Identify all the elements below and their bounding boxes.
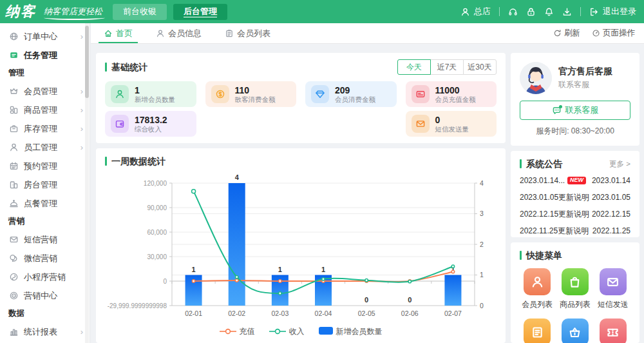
app-window: 纳客 纳客管店更轻松 前台收银后台管理 总店 退出登录 订单中心›任务管理管理会…: [0, 0, 644, 343]
sidebar-item[interactable]: 小程序营销: [0, 268, 90, 286]
sidebar-item[interactable]: 任务管理: [0, 46, 90, 64]
page-operations-label: 页面操作: [603, 28, 635, 39]
sidebar-item-label: 统计报表: [24, 326, 75, 338]
sidebar-item-label: 任务管理: [24, 50, 84, 61]
svg-text:02-04: 02-04: [315, 309, 332, 317]
store-switcher[interactable]: 总店: [460, 6, 491, 17]
svg-text:1: 1: [480, 271, 484, 279]
sidebar-item[interactable]: 会员管理›: [0, 82, 90, 101]
service-agent-illustration: [520, 62, 552, 94]
chevron-right-icon: ›: [80, 87, 83, 95]
chevron-right-icon: ›: [80, 328, 83, 336]
quick-menu-grid: 会员列表商品列表短信发送商城订单商品套餐优惠券: [520, 268, 630, 343]
tab-label: 会员信息: [168, 28, 202, 39]
announcement-date: 2022.12.15: [592, 210, 630, 219]
announcement-row[interactable]: 2023.01.14...NEW2023.01.14: [520, 172, 630, 189]
quick-menu-item[interactable]: 优惠券: [600, 318, 627, 343]
header-nav-button[interactable]: 后台管理: [173, 4, 227, 20]
quick-menu-item[interactable]: 会员列表: [522, 268, 553, 310]
announcement-row[interactable]: 2022.12.15更新说明2022.12.15: [520, 206, 630, 222]
diamond-icon: [311, 85, 329, 103]
sidebar-item[interactable]: 房台管理: [0, 175, 90, 194]
contact-service-button[interactable]: 联系客服: [520, 101, 630, 120]
header-nav-button[interactable]: 前台收银: [113, 4, 167, 20]
svg-text:1: 1: [278, 266, 282, 273]
crown-icon: [9, 86, 19, 96]
chevron-right-icon: ›: [80, 106, 83, 114]
announcement-date: 2022.11.25: [592, 226, 630, 235]
tab[interactable]: 首页: [104, 23, 133, 43]
basic-stats-panel: 基础统计 今天近7天近30天 1新增会员数量110散客消费金额209会员消费金额…: [96, 53, 506, 143]
service-text: 官方售后客服 联系客服: [558, 66, 612, 90]
quick-menu-item[interactable]: 商品套餐: [560, 318, 591, 343]
tab[interactable]: 会员列表: [225, 23, 270, 43]
sidebar-item[interactable]: 预约管理: [0, 157, 90, 175]
stat-value: 0: [435, 115, 469, 125]
room-icon: [9, 180, 19, 190]
svg-text:02-01: 02-01: [185, 309, 202, 317]
sidebar-item[interactable]: 订单中心›: [0, 27, 90, 46]
quick-menu-title: 快捷菜单: [520, 249, 630, 262]
bag-icon: [562, 268, 589, 295]
stat-value: 110: [235, 85, 276, 95]
legend-item[interactable]: 收入: [269, 326, 305, 337]
lock-icon[interactable]: [526, 7, 536, 17]
service-title: 官方售后客服: [558, 66, 612, 77]
legend-item[interactable]: 充值: [220, 326, 255, 337]
sidebar-item[interactable]: 营销中心: [0, 286, 90, 305]
clipboard-icon: [225, 29, 234, 38]
sidebar-item-label: 订单中心: [24, 31, 75, 43]
sidebar-item-label: 小程序营销: [24, 271, 84, 283]
legend-line-swatch: [269, 328, 286, 337]
logout-button[interactable]: 退出登录: [589, 6, 636, 17]
quick-menu-item[interactable]: 商城订单: [522, 318, 553, 343]
date-range-button[interactable]: 今天: [397, 59, 431, 75]
tab-label: 会员列表: [237, 28, 270, 39]
sidebar-item[interactable]: 短信营销: [0, 230, 90, 249]
announcement-row[interactable]: 2022.11.25更新说明2022.11.25: [520, 222, 630, 239]
page-operations-button[interactable]: 页面操作: [592, 28, 635, 39]
sidebar-item[interactable]: 点餐管理: [0, 194, 90, 213]
svg-text:1: 1: [321, 266, 325, 273]
stat-label: 综合收入: [135, 125, 167, 133]
sidebar-item[interactable]: 统计报表›: [0, 322, 90, 341]
tab-bar: 首页会员信息会员列表 刷新 页面操作: [91, 23, 644, 44]
bell-icon[interactable]: [544, 7, 554, 17]
svg-text:1: 1: [192, 266, 196, 273]
miniprogram-icon: [9, 272, 19, 282]
svg-text:4: 4: [235, 173, 240, 181]
sidebar-scrollbar[interactable]: [85, 23, 89, 343]
headset-icon[interactable]: [508, 7, 518, 17]
more-link[interactable]: 更多 >: [609, 159, 630, 169]
sidebar-item[interactable]: 库存管理›: [0, 119, 90, 138]
legend-bar-swatch: [319, 327, 333, 337]
date-range-button[interactable]: 近7天: [430, 59, 464, 75]
download-icon[interactable]: [562, 7, 572, 17]
header-right: 总店 退出登录: [460, 6, 636, 17]
legend-item[interactable]: 新增会员数量: [319, 326, 383, 337]
chart-legend: 充值收入新增会员数量: [105, 326, 497, 337]
sidebar-item-label: 商品管理: [24, 104, 75, 116]
basic-stats-header: 基础统计 今天近7天近30天: [105, 59, 497, 75]
mail-icon: [600, 268, 627, 295]
quick-menu-item[interactable]: 短信发送: [598, 268, 629, 310]
page-operations-icon: [592, 29, 600, 37]
date-range-button[interactable]: 近30天: [463, 59, 497, 75]
refresh-button[interactable]: 刷新: [553, 28, 580, 39]
quick-menu-panel: 快捷菜单 会员列表商品列表短信发送商城订单商品套餐优惠券: [511, 242, 639, 343]
announcement-row[interactable]: 2023.01.05更新说明2023.01.05: [520, 189, 630, 206]
sidebar-item[interactable]: 员工管理›: [0, 138, 90, 157]
svg-text:3: 3: [480, 210, 484, 217]
announcement-title: 2022.11.25更新说明: [520, 226, 589, 237]
stat-cards: 1新增会员数量110散客消费金额209会员消费金额11000会员充值金额1781…: [105, 81, 497, 137]
sidebar-item[interactable]: 微信营销: [0, 249, 90, 268]
weekly-chart-title: 一周数据统计: [105, 155, 497, 168]
svg-text:0: 0: [408, 296, 412, 304]
calendar-icon: [9, 161, 19, 171]
person-icon: [9, 142, 19, 152]
quick-menu-item[interactable]: 商品列表: [560, 268, 591, 310]
stat-card-text: 17813.2综合收入: [135, 115, 167, 133]
person-icon: [111, 85, 129, 103]
sidebar-item[interactable]: 商品管理›: [0, 101, 90, 119]
tab[interactable]: 会员信息: [156, 23, 202, 43]
